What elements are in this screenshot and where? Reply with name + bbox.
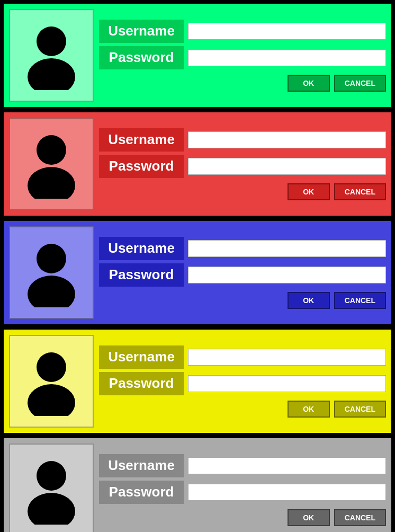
svg-point-1 bbox=[28, 58, 75, 90]
password-input[interactable] bbox=[188, 158, 386, 175]
password-label: Password bbox=[99, 155, 184, 178]
username-label: Username bbox=[99, 454, 184, 477]
username-label: Username bbox=[99, 20, 184, 43]
username-label: Username bbox=[99, 128, 184, 152]
ok-button[interactable]: OK bbox=[288, 75, 330, 92]
user-icon bbox=[22, 130, 80, 199]
ok-button[interactable]: OK bbox=[288, 509, 330, 526]
svg-point-4 bbox=[37, 244, 66, 273]
avatar bbox=[9, 335, 94, 428]
username-label: Username bbox=[99, 237, 184, 260]
form-area: UsernamePasswordOKCANCEL bbox=[94, 237, 386, 309]
cancel-button[interactable]: CANCEL bbox=[334, 75, 386, 92]
form-area: UsernamePasswordOKCANCEL bbox=[94, 20, 386, 92]
ok-button[interactable]: OK bbox=[288, 401, 330, 418]
password-row: Password bbox=[99, 372, 386, 395]
avatar bbox=[9, 9, 94, 102]
password-row: Password bbox=[99, 481, 386, 504]
user-icon bbox=[22, 238, 80, 307]
password-label: Password bbox=[99, 372, 184, 395]
svg-point-0 bbox=[37, 26, 66, 56]
button-row: OKCANCEL bbox=[99, 509, 386, 526]
svg-point-9 bbox=[28, 493, 75, 525]
login-panel-green: UsernamePasswordOKCANCEL bbox=[2, 2, 393, 109]
button-row: OKCANCEL bbox=[99, 183, 386, 200]
svg-point-5 bbox=[28, 276, 75, 307]
user-icon bbox=[22, 456, 80, 525]
svg-point-8 bbox=[37, 461, 66, 491]
form-area: UsernamePasswordOKCANCEL bbox=[94, 345, 386, 418]
password-label: Password bbox=[99, 263, 184, 287]
login-panel-blue: UsernamePasswordOKCANCEL bbox=[2, 219, 393, 326]
ok-button[interactable]: OK bbox=[288, 292, 330, 309]
username-input[interactable] bbox=[188, 23, 386, 40]
password-row: Password bbox=[99, 263, 386, 287]
cancel-button[interactable]: CANCEL bbox=[334, 183, 386, 200]
svg-point-3 bbox=[28, 167, 75, 199]
login-panel-red: UsernamePasswordOKCANCEL bbox=[2, 111, 393, 217]
avatar bbox=[9, 444, 94, 532]
login-panel-gray: UsernamePasswordOKCANCEL bbox=[2, 437, 393, 532]
cancel-button[interactable]: CANCEL bbox=[334, 292, 386, 309]
button-row: OKCANCEL bbox=[99, 75, 386, 92]
avatar bbox=[9, 118, 94, 210]
login-panel-yellow: UsernamePasswordOKCANCEL bbox=[2, 328, 393, 435]
user-icon bbox=[22, 21, 80, 90]
password-row: Password bbox=[99, 155, 386, 178]
form-area: UsernamePasswordOKCANCEL bbox=[94, 128, 386, 200]
password-label: Password bbox=[99, 481, 184, 504]
ok-button[interactable]: OK bbox=[288, 183, 330, 200]
svg-point-7 bbox=[28, 384, 75, 416]
button-row: OKCANCEL bbox=[99, 401, 386, 418]
password-input[interactable] bbox=[188, 49, 386, 66]
button-row: OKCANCEL bbox=[99, 292, 386, 309]
password-input[interactable] bbox=[188, 267, 386, 283]
cancel-button[interactable]: CANCEL bbox=[334, 401, 386, 418]
user-icon bbox=[22, 347, 80, 416]
form-area: UsernamePasswordOKCANCEL bbox=[94, 454, 386, 526]
password-label: Password bbox=[99, 46, 184, 69]
username-row: Username bbox=[99, 237, 386, 260]
password-input[interactable] bbox=[188, 375, 386, 392]
svg-point-6 bbox=[37, 352, 66, 382]
password-row: Password bbox=[99, 46, 386, 69]
username-input[interactable] bbox=[188, 349, 386, 366]
username-label: Username bbox=[99, 345, 184, 369]
username-row: Username bbox=[99, 20, 386, 43]
username-row: Username bbox=[99, 454, 386, 477]
username-input[interactable] bbox=[188, 131, 386, 148]
password-input[interactable] bbox=[188, 484, 386, 501]
avatar bbox=[9, 226, 94, 319]
svg-point-2 bbox=[37, 135, 66, 165]
username-row: Username bbox=[99, 128, 386, 152]
username-input[interactable] bbox=[188, 240, 386, 257]
cancel-button[interactable]: CANCEL bbox=[334, 509, 386, 526]
username-row: Username bbox=[99, 345, 386, 369]
username-input[interactable] bbox=[188, 457, 386, 474]
